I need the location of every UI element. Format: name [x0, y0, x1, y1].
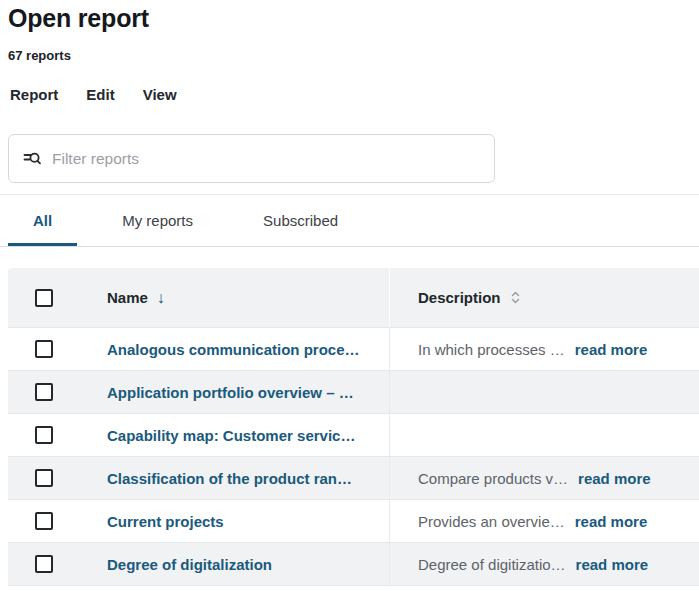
table-row: Analogous communication proce… In which … [8, 328, 699, 371]
report-name-link[interactable]: Classification of the product ran… [107, 470, 352, 487]
report-name-link[interactable]: Analogous communication proce… [107, 341, 360, 358]
description-header-cell[interactable]: Description [390, 268, 699, 327]
menu-report[interactable]: Report [10, 86, 58, 103]
sort-arrow-down-icon[interactable]: ↓ [157, 289, 165, 307]
tab-all[interactable]: All [8, 195, 77, 246]
report-count: 67 reports [8, 48, 699, 63]
description-text: In which processes … [418, 341, 565, 358]
tab-bar: All My reports Subscribed [0, 195, 699, 247]
report-name-cell: Classification of the product ran… [80, 457, 390, 499]
sort-chevrons-icon[interactable] [510, 289, 521, 306]
description-column-header[interactable]: Description [418, 289, 501, 306]
description-text: Compare products v… [418, 470, 568, 487]
read-more-link[interactable]: read more [575, 341, 648, 358]
row-checkbox-cell [8, 469, 80, 487]
filter-search-icon [22, 149, 42, 169]
report-name-cell: Current projects [80, 500, 390, 542]
menu-edit[interactable]: Edit [86, 86, 114, 103]
row-checkbox[interactable] [35, 340, 53, 358]
report-name-link[interactable]: Application portfolio overview – … [107, 384, 354, 401]
row-checkbox[interactable] [35, 383, 53, 401]
report-description-cell: Provides an overvie… read more [390, 500, 699, 542]
table-row: Degree of digitalization Degree of digit… [8, 543, 699, 586]
report-description-cell: Compare products v… read more [390, 457, 699, 499]
row-checkbox-cell [8, 340, 80, 358]
tab-subscribed[interactable]: Subscribed [238, 195, 363, 246]
report-name-link[interactable]: Capability map: Customer servic… [107, 427, 355, 444]
report-name-cell: Application portfolio overview – … [80, 371, 390, 413]
name-column-header[interactable]: Name [107, 289, 148, 306]
description-text: Degree of digitizatio… [418, 556, 566, 573]
row-checkbox[interactable] [35, 469, 53, 487]
row-checkbox-cell [8, 383, 80, 401]
row-checkbox[interactable] [35, 512, 53, 530]
table-row: Current projects Provides an overvie… re… [8, 500, 699, 543]
row-checkbox-cell [8, 426, 80, 444]
report-name-cell: Capability map: Customer servic… [80, 414, 390, 456]
report-description-cell [390, 371, 699, 413]
menubar: Report Edit View [10, 86, 699, 103]
page-title: Open report [8, 4, 699, 32]
read-more-link[interactable]: read more [576, 556, 649, 573]
table-row: Application portfolio overview – … [8, 371, 699, 414]
row-checkbox-cell [8, 555, 80, 573]
row-checkbox[interactable] [35, 555, 53, 573]
filter-reports-box[interactable] [8, 134, 495, 183]
filter-reports-input[interactable] [52, 150, 481, 168]
report-description-cell: Degree of digitizatio… read more [390, 543, 699, 585]
read-more-link[interactable]: read more [578, 470, 651, 487]
row-checkbox[interactable] [35, 426, 53, 444]
select-all-checkbox[interactable] [35, 289, 53, 307]
table-header-row: Name ↓ Description [8, 268, 699, 328]
select-all-cell [8, 289, 80, 307]
report-description-cell [390, 414, 699, 456]
read-more-link[interactable]: read more [575, 513, 648, 530]
tab-my-reports[interactable]: My reports [97, 195, 218, 246]
report-name-cell: Analogous communication proce… [80, 328, 390, 370]
menu-view[interactable]: View [143, 86, 177, 103]
report-name-link[interactable]: Current projects [107, 513, 224, 530]
table-row: Classification of the product ran… Compa… [8, 457, 699, 500]
report-name-link[interactable]: Degree of digitalization [107, 556, 272, 573]
row-checkbox-cell [8, 512, 80, 530]
description-text: Provides an overvie… [418, 513, 565, 530]
report-description-cell: In which processes … read more [390, 328, 699, 370]
table-row: Capability map: Customer servic… [8, 414, 699, 457]
report-name-cell: Degree of digitalization [80, 543, 390, 585]
name-header-cell[interactable]: Name ↓ [80, 268, 390, 327]
reports-table: Name ↓ Description Analogous communicati… [8, 268, 699, 586]
